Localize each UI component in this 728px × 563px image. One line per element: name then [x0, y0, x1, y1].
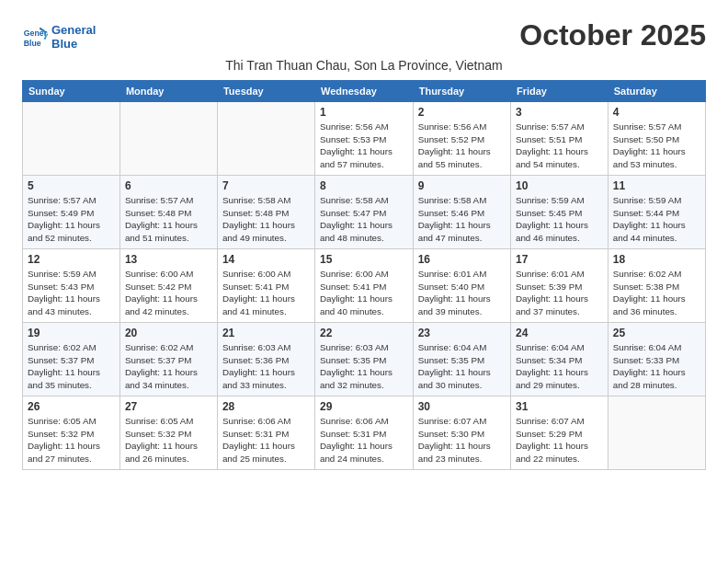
- calendar-week-row: 26Sunrise: 6:05 AM Sunset: 5:32 PM Dayli…: [23, 396, 706, 470]
- calendar-cell: 5Sunrise: 5:57 AM Sunset: 5:49 PM Daylig…: [23, 176, 120, 249]
- day-number: 31: [516, 400, 603, 413]
- day-info: Sunrise: 6:02 AM Sunset: 5:38 PM Dayligh…: [613, 268, 700, 318]
- day-info: Sunrise: 6:07 AM Sunset: 5:30 PM Dayligh…: [418, 415, 506, 465]
- day-info: Sunrise: 5:57 AM Sunset: 5:51 PM Dayligh…: [516, 121, 603, 171]
- day-info: Sunrise: 6:05 AM Sunset: 5:32 PM Dayligh…: [28, 415, 115, 465]
- calendar-cell: 10Sunrise: 5:59 AM Sunset: 5:45 PM Dayli…: [510, 176, 608, 249]
- day-number: 2: [418, 106, 506, 119]
- day-number: 25: [613, 327, 700, 339]
- weekday-header-cell: Thursday: [413, 81, 510, 102]
- day-info: Sunrise: 5:57 AM Sunset: 5:50 PM Dayligh…: [613, 121, 700, 171]
- calendar-cell: 21Sunrise: 6:03 AM Sunset: 5:36 PM Dayli…: [217, 323, 314, 396]
- day-info: Sunrise: 6:07 AM Sunset: 5:29 PM Dayligh…: [516, 415, 603, 465]
- calendar-cell: 16Sunrise: 6:01 AM Sunset: 5:40 PM Dayli…: [413, 249, 510, 323]
- day-info: Sunrise: 6:01 AM Sunset: 5:40 PM Dayligh…: [418, 268, 506, 318]
- day-number: 23: [418, 327, 506, 339]
- weekday-header-cell: Sunday: [23, 81, 120, 102]
- day-info: Sunrise: 5:58 AM Sunset: 5:47 PM Dayligh…: [320, 194, 408, 245]
- calendar-cell: 20Sunrise: 6:02 AM Sunset: 5:37 PM Dayli…: [119, 323, 217, 396]
- day-info: Sunrise: 5:57 AM Sunset: 5:48 PM Dayligh…: [125, 194, 212, 245]
- logo-text-line2: Blue: [51, 38, 96, 51]
- day-info: Sunrise: 5:56 AM Sunset: 5:53 PM Dayligh…: [320, 121, 408, 171]
- day-number: 5: [28, 179, 115, 192]
- day-number: 27: [125, 400, 212, 413]
- calendar-cell: 8Sunrise: 5:58 AM Sunset: 5:47 PM Daylig…: [314, 176, 413, 249]
- calendar-cell: 27Sunrise: 6:05 AM Sunset: 5:32 PM Dayli…: [119, 396, 217, 470]
- day-number: 10: [516, 179, 603, 192]
- calendar-cell: 4Sunrise: 5:57 AM Sunset: 5:50 PM Daylig…: [608, 102, 705, 176]
- calendar-table: SundayMondayTuesdayWednesdayThursdayFrid…: [22, 80, 706, 470]
- day-number: 3: [516, 106, 603, 119]
- day-info: Sunrise: 6:02 AM Sunset: 5:37 PM Dayligh…: [125, 341, 212, 392]
- calendar-cell: 2Sunrise: 5:56 AM Sunset: 5:52 PM Daylig…: [413, 102, 510, 176]
- calendar-cell: 17Sunrise: 6:01 AM Sunset: 5:39 PM Dayli…: [510, 249, 608, 323]
- day-info: Sunrise: 5:59 AM Sunset: 5:45 PM Dayligh…: [516, 194, 603, 245]
- calendar-week-row: 19Sunrise: 6:02 AM Sunset: 5:37 PM Dayli…: [23, 323, 706, 396]
- logo-icon: General Blue: [22, 25, 48, 51]
- calendar-cell: 22Sunrise: 6:03 AM Sunset: 5:35 PM Dayli…: [314, 323, 413, 396]
- day-info: Sunrise: 6:00 AM Sunset: 5:41 PM Dayligh…: [222, 268, 310, 318]
- day-info: Sunrise: 6:03 AM Sunset: 5:35 PM Dayligh…: [320, 341, 408, 392]
- weekday-header-cell: Saturday: [608, 81, 705, 102]
- calendar-cell: [608, 396, 705, 470]
- calendar-body: 1Sunrise: 5:56 AM Sunset: 5:53 PM Daylig…: [23, 102, 706, 470]
- day-info: Sunrise: 5:59 AM Sunset: 5:43 PM Dayligh…: [28, 268, 115, 318]
- calendar-cell: 7Sunrise: 5:58 AM Sunset: 5:48 PM Daylig…: [217, 176, 314, 249]
- day-number: 16: [418, 253, 506, 266]
- calendar-cell: 25Sunrise: 6:04 AM Sunset: 5:33 PM Dayli…: [608, 323, 705, 396]
- calendar-week-row: 5Sunrise: 5:57 AM Sunset: 5:49 PM Daylig…: [23, 176, 706, 249]
- day-number: 13: [125, 253, 212, 266]
- calendar-cell: 19Sunrise: 6:02 AM Sunset: 5:37 PM Dayli…: [23, 323, 120, 396]
- weekday-header-cell: Friday: [510, 81, 608, 102]
- day-info: Sunrise: 6:00 AM Sunset: 5:41 PM Dayligh…: [320, 268, 408, 318]
- calendar-cell: 11Sunrise: 5:59 AM Sunset: 5:44 PM Dayli…: [608, 176, 705, 249]
- day-info: Sunrise: 6:06 AM Sunset: 5:31 PM Dayligh…: [222, 415, 310, 465]
- day-info: Sunrise: 5:56 AM Sunset: 5:52 PM Dayligh…: [418, 121, 506, 171]
- calendar-cell: 29Sunrise: 6:06 AM Sunset: 5:31 PM Dayli…: [314, 396, 413, 470]
- weekday-header-cell: Monday: [119, 81, 217, 102]
- day-info: Sunrise: 5:59 AM Sunset: 5:44 PM Dayligh…: [613, 194, 700, 245]
- day-number: 9: [418, 179, 506, 192]
- month-title: October 2025: [519, 18, 706, 52]
- day-info: Sunrise: 6:03 AM Sunset: 5:36 PM Dayligh…: [222, 341, 310, 392]
- calendar-week-row: 12Sunrise: 5:59 AM Sunset: 5:43 PM Dayli…: [23, 249, 706, 323]
- day-info: Sunrise: 6:02 AM Sunset: 5:37 PM Dayligh…: [28, 341, 115, 392]
- day-info: Sunrise: 5:58 AM Sunset: 5:48 PM Dayligh…: [222, 194, 310, 245]
- svg-text:Blue: Blue: [24, 38, 41, 47]
- calendar-cell: 12Sunrise: 5:59 AM Sunset: 5:43 PM Dayli…: [23, 249, 120, 323]
- calendar-cell: 9Sunrise: 5:58 AM Sunset: 5:46 PM Daylig…: [413, 176, 510, 249]
- day-number: 30: [418, 400, 506, 413]
- day-number: 17: [516, 253, 603, 266]
- day-info: Sunrise: 6:01 AM Sunset: 5:39 PM Dayligh…: [516, 268, 603, 318]
- calendar-cell: 26Sunrise: 6:05 AM Sunset: 5:32 PM Dayli…: [23, 396, 120, 470]
- calendar-cell: 23Sunrise: 6:04 AM Sunset: 5:35 PM Dayli…: [413, 323, 510, 396]
- day-info: Sunrise: 6:06 AM Sunset: 5:31 PM Dayligh…: [320, 415, 408, 465]
- calendar-cell: 30Sunrise: 6:07 AM Sunset: 5:30 PM Dayli…: [413, 396, 510, 470]
- day-info: Sunrise: 6:04 AM Sunset: 5:34 PM Dayligh…: [516, 341, 603, 392]
- calendar-cell: 31Sunrise: 6:07 AM Sunset: 5:29 PM Dayli…: [510, 396, 608, 470]
- day-info: Sunrise: 6:04 AM Sunset: 5:33 PM Dayligh…: [613, 341, 700, 392]
- calendar-cell: 24Sunrise: 6:04 AM Sunset: 5:34 PM Dayli…: [510, 323, 608, 396]
- calendar-cell: 14Sunrise: 6:00 AM Sunset: 5:41 PM Dayli…: [217, 249, 314, 323]
- calendar-cell: 13Sunrise: 6:00 AM Sunset: 5:42 PM Dayli…: [119, 249, 217, 323]
- day-number: 15: [320, 253, 408, 266]
- day-info: Sunrise: 5:57 AM Sunset: 5:49 PM Dayligh…: [28, 194, 115, 245]
- day-info: Sunrise: 5:58 AM Sunset: 5:46 PM Dayligh…: [418, 194, 506, 245]
- calendar-cell: [23, 102, 120, 176]
- calendar-cell: 15Sunrise: 6:00 AM Sunset: 5:41 PM Dayli…: [314, 249, 413, 323]
- day-number: 22: [320, 327, 408, 339]
- day-number: 26: [28, 400, 115, 413]
- calendar-week-row: 1Sunrise: 5:56 AM Sunset: 5:53 PM Daylig…: [23, 102, 706, 176]
- calendar-cell: 1Sunrise: 5:56 AM Sunset: 5:53 PM Daylig…: [314, 102, 413, 176]
- calendar-cell: [119, 102, 217, 176]
- calendar-cell: 6Sunrise: 5:57 AM Sunset: 5:48 PM Daylig…: [119, 176, 217, 249]
- weekday-header-cell: Wednesday: [314, 81, 413, 102]
- day-number: 6: [125, 179, 212, 192]
- day-number: 4: [613, 106, 700, 119]
- day-number: 19: [28, 327, 115, 339]
- day-number: 20: [125, 327, 212, 339]
- day-number: 1: [320, 106, 408, 119]
- weekday-header-row: SundayMondayTuesdayWednesdayThursdayFrid…: [23, 81, 706, 102]
- day-number: 7: [222, 179, 310, 192]
- day-number: 11: [613, 179, 700, 192]
